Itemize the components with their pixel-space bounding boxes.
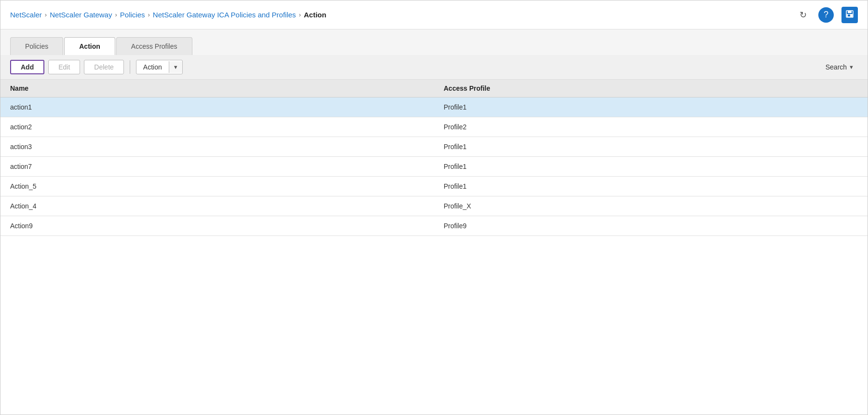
table-row[interactable]: Action_5Profile1 — [0, 177, 868, 196]
chevron-down-icon: ▼ — [169, 61, 182, 73]
cell-access-profile: Profile1 — [434, 137, 868, 157]
edit-button[interactable]: Edit — [48, 60, 80, 74]
tabs-container: Policies Action Access Profiles — [0, 29, 868, 55]
table-row[interactable]: action2Profile2 — [0, 117, 868, 137]
breadcrumb-item-gateway[interactable]: NetScaler Gateway — [50, 11, 112, 19]
svg-rect-1 — [848, 11, 852, 13]
help-button[interactable]: ? — [818, 7, 834, 23]
add-button[interactable]: Add — [10, 60, 44, 74]
toolbar: Add Edit Delete Action ▼ Search ▼ — [0, 55, 868, 80]
action-dropdown[interactable]: Action ▼ — [136, 60, 183, 74]
table-header-row: Name Access Profile — [0, 80, 868, 97]
toolbar-separator — [130, 60, 130, 74]
table-row[interactable]: Action9Profile9 — [0, 216, 868, 236]
delete-button[interactable]: Delete — [84, 60, 123, 74]
breadcrumb-sep-3: › — [299, 11, 301, 18]
save-button[interactable] — [841, 7, 858, 23]
breadcrumb-sep-1: › — [115, 11, 117, 18]
tab-action[interactable]: Action — [64, 37, 115, 55]
table-container: Name Access Profile action1Profile1actio… — [0, 80, 868, 236]
table-row[interactable]: action3Profile1 — [0, 137, 868, 157]
svg-rect-3 — [848, 14, 850, 16]
breadcrumb-actions: ↻ ? — [795, 7, 858, 23]
table-row[interactable]: Action_4Profile_X — [0, 196, 868, 216]
help-icon: ? — [824, 10, 828, 20]
cell-access-profile: Profile1 — [434, 177, 868, 196]
table-body: action1Profile1action2Profile2action3Pro… — [0, 97, 868, 236]
cell-name: Action_5 — [0, 177, 434, 196]
cell-access-profile: Profile9 — [434, 216, 868, 236]
cell-access-profile: Profile1 — [434, 97, 868, 117]
breadcrumb: NetScaler › NetScaler Gateway › Policies… — [10, 11, 795, 19]
cell-name: Action9 — [0, 216, 434, 236]
breadcrumb-item-policies[interactable]: Policies — [120, 11, 145, 19]
breadcrumb-sep-2: › — [148, 11, 149, 18]
refresh-icon: ↻ — [800, 10, 807, 20]
cell-name: action7 — [0, 157, 434, 177]
table-row[interactable]: action1Profile1 — [0, 97, 868, 117]
app-container: NetScaler › NetScaler Gateway › Policies… — [0, 0, 868, 415]
search-label: Search — [826, 63, 847, 71]
breadcrumb-item-ica[interactable]: NetScaler Gateway ICA Policies and Profi… — [153, 11, 296, 19]
cell-access-profile: Profile2 — [434, 117, 868, 137]
breadcrumb-item-action: Action — [304, 11, 326, 19]
table-row[interactable]: action7Profile1 — [0, 157, 868, 177]
tab-access-profiles[interactable]: Access Profiles — [116, 37, 192, 55]
cell-name: action3 — [0, 137, 434, 157]
tab-policies[interactable]: Policies — [10, 37, 63, 55]
data-table: Name Access Profile action1Profile1actio… — [0, 80, 868, 236]
search-chevron-icon: ▼ — [849, 64, 854, 70]
breadcrumb-bar: NetScaler › NetScaler Gateway › Policies… — [0, 0, 868, 29]
column-header-access-profile: Access Profile — [434, 80, 868, 97]
refresh-button[interactable]: ↻ — [795, 7, 811, 23]
action-dropdown-label: Action — [136, 60, 169, 74]
breadcrumb-sep-0: › — [45, 11, 47, 18]
cell-name: action2 — [0, 117, 434, 137]
cell-name: action1 — [0, 97, 434, 117]
cell-access-profile: Profile_X — [434, 196, 868, 216]
cell-access-profile: Profile1 — [434, 157, 868, 177]
search-button[interactable]: Search ▼ — [822, 61, 858, 73]
breadcrumb-item-netscaler[interactable]: NetScaler — [10, 11, 42, 19]
save-icon — [845, 10, 854, 20]
cell-name: Action_4 — [0, 196, 434, 216]
column-header-name: Name — [0, 80, 434, 97]
